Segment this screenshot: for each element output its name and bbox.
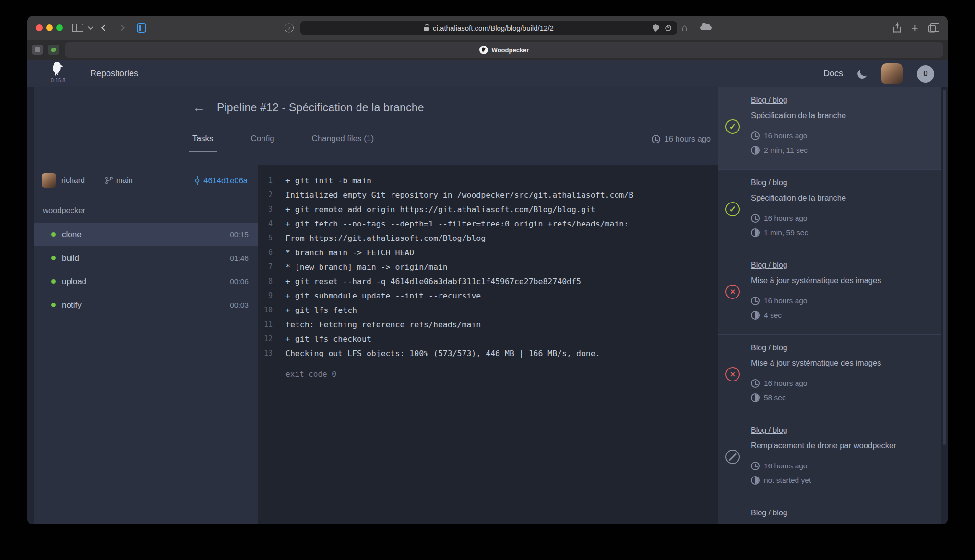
- log-line-number: 8: [258, 277, 273, 286]
- log-line-text: fetch: Fetching reference refs/heads/mai…: [285, 320, 481, 329]
- step-status-dot: [51, 256, 56, 260]
- build-item[interactable]: Blog / blog Remplacement de drone par wo…: [718, 417, 941, 500]
- repo-link[interactable]: Blog / blog: [751, 261, 787, 272]
- repo-link[interactable]: Blog / blog: [751, 96, 787, 107]
- desktop-background: i ci.athaliasoft.com/Blog/blog/build/12/…: [0, 0, 975, 560]
- pipeline-tabs: Tasks Config Changed files (1): [192, 132, 374, 145]
- woodpecker-logo-bird: [50, 61, 66, 77]
- traffic-lights: [36, 24, 63, 31]
- build-message: Remplacement de drone par woodpecker: [751, 441, 931, 451]
- address-bar[interactable]: ci.athaliasoft.com/Blog/blog/build/12/2: [300, 21, 677, 35]
- cloud-icon[interactable]: [700, 26, 712, 30]
- log-line: 9 + git submodule update --init --recurs…: [258, 288, 718, 303]
- log-line-text: + git reset --hard -q 4614d1e06a3dabf311…: [285, 277, 581, 286]
- duration-icon: [751, 476, 760, 485]
- privacy-shield-icon[interactable]: [653, 24, 659, 32]
- reload-icon[interactable]: [664, 24, 672, 32]
- forward-button[interactable]: [119, 25, 125, 31]
- pinned-page-icon[interactable]: [137, 23, 146, 33]
- home-icon[interactable]: ⌂: [681, 22, 688, 34]
- build-item[interactable]: ✓ Blog / blog Spécification de la branch…: [718, 87, 941, 170]
- nav-docs-link[interactable]: Docs: [823, 69, 843, 79]
- log-line: 8 + git reset --hard -q 4614d1e06a3dabf3…: [258, 274, 718, 288]
- build-time-row: 16 hours ago: [751, 131, 931, 140]
- close-window-button[interactable]: [36, 24, 43, 31]
- pinned-tab-1[interactable]: [32, 45, 43, 55]
- log-line-text: + git lfs checkout: [285, 334, 371, 344]
- share-icon[interactable]: [893, 26, 901, 33]
- repo-link[interactable]: Blog / blog: [751, 344, 787, 354]
- minimize-window-button[interactable]: [46, 24, 53, 31]
- log-line-text: Initialized empty Git repository in /woo…: [285, 191, 633, 200]
- log-line-text: Checking out LFS objects: 100% (573/573)…: [285, 349, 600, 358]
- build-item[interactable]: Blog / blog: [718, 500, 941, 524]
- repo-link[interactable]: Blog / blog: [751, 509, 787, 519]
- log-line: 13 Checking out LFS objects: 100% (573/5…: [258, 346, 718, 360]
- notification-badge[interactable]: 0: [917, 65, 934, 83]
- build-item[interactable]: × Blog / blog Mise à jour systématique d…: [718, 335, 941, 417]
- step-name: clone: [62, 230, 82, 239]
- theme-toggle-moon-icon[interactable]: [856, 67, 869, 80]
- build-time-row: 16 hours ago: [751, 379, 931, 388]
- build-item[interactable]: × Blog / blog Mise à jour systématique d…: [718, 252, 941, 335]
- build-time-row: 16 hours ago: [751, 296, 931, 305]
- repo-link[interactable]: Blog / blog: [751, 179, 787, 189]
- page-scrollbar[interactable]: [943, 90, 946, 445]
- duration-icon: [751, 311, 760, 320]
- log-line-text: + git fetch --no-tags --depth=1 --filter…: [285, 219, 629, 228]
- build-info: Blog / blog Spécification de la branche …: [751, 96, 931, 155]
- sidebar-toggle-icon[interactable]: [72, 24, 83, 32]
- step-row[interactable]: notify 00:03: [34, 293, 258, 317]
- info-icon[interactable]: i: [285, 24, 294, 33]
- build-item[interactable]: ✓ Blog / blog Spécification de la branch…: [718, 170, 941, 252]
- build-status-icon: ✓: [725, 119, 740, 134]
- log-line-number: 5: [258, 234, 273, 242]
- log-line-text: + git remote add origin https://git.atha…: [285, 205, 595, 214]
- pipeline-header: ← Pipeline #12 - Spécification de la bra…: [34, 87, 718, 165]
- commit-link[interactable]: 4614d1e06a: [194, 176, 248, 185]
- branch-group: main: [105, 176, 133, 185]
- step-row[interactable]: upload 00:06: [34, 270, 258, 293]
- branch-name: main: [116, 176, 133, 185]
- back-button[interactable]: [101, 25, 107, 31]
- new-tab-button[interactable]: +: [911, 22, 918, 34]
- chevron-down-icon[interactable]: [88, 24, 93, 30]
- user-avatar[interactable]: [881, 63, 903, 84]
- clock-icon: [751, 131, 760, 140]
- tab-overview-icon[interactable]: [928, 25, 936, 33]
- build-message: Mise à jour systématique des images: [751, 276, 931, 286]
- branch-icon: [105, 176, 113, 185]
- step-name: upload: [62, 277, 86, 286]
- builds-sidebar: ✓ Blog / blog Spécification de la branch…: [718, 87, 941, 524]
- clock-icon: [751, 214, 760, 223]
- clock-icon: [652, 135, 660, 143]
- pipeline-tab[interactable]: Config: [250, 132, 274, 145]
- tab-title: Woodpecker: [492, 47, 529, 54]
- log-line-number: 12: [258, 334, 273, 343]
- log-line-text: + git init -b main: [285, 176, 371, 185]
- build-info: Blog / blog Mise à jour systématique des…: [751, 261, 931, 320]
- duration-icon: [751, 393, 760, 402]
- back-arrow-icon[interactable]: ←: [192, 101, 205, 114]
- log-line-number: 10: [258, 306, 273, 314]
- author-name: richard: [61, 176, 85, 185]
- steps-panel: richard main 4614d1e06a woodpecker: [34, 165, 258, 524]
- step-row[interactable]: clone 00:15: [34, 223, 258, 246]
- log-line-text: + git lfs fetch: [285, 306, 357, 315]
- pipeline-tab[interactable]: Changed files (1): [312, 132, 374, 145]
- woodpecker-favicon: [479, 46, 488, 54]
- log-line: 7 * [new branch] main -> origin/main: [258, 260, 718, 274]
- build-info: Blog / blog Mise à jour systématique des…: [751, 344, 931, 402]
- pipeline-tab[interactable]: Tasks: [192, 132, 213, 145]
- clock-icon: [751, 297, 760, 305]
- log-line-text: + git submodule update --init --recursiv…: [285, 291, 481, 300]
- pipeline-time: 16 hours ago: [652, 134, 711, 143]
- pinned-tab-2[interactable]: [48, 45, 59, 55]
- fullscreen-window-button[interactable]: [56, 24, 63, 31]
- woodpecker-logo[interactable]: 0.15.8: [46, 61, 71, 83]
- log-panel[interactable]: 1 + git init -b main 2 Initialized empty…: [258, 165, 718, 524]
- nav-repositories-link[interactable]: Repositories: [90, 60, 138, 87]
- active-tab[interactable]: Woodpecker: [65, 42, 943, 58]
- repo-link[interactable]: Blog / blog: [751, 426, 787, 437]
- step-row[interactable]: build 01:46: [34, 246, 258, 270]
